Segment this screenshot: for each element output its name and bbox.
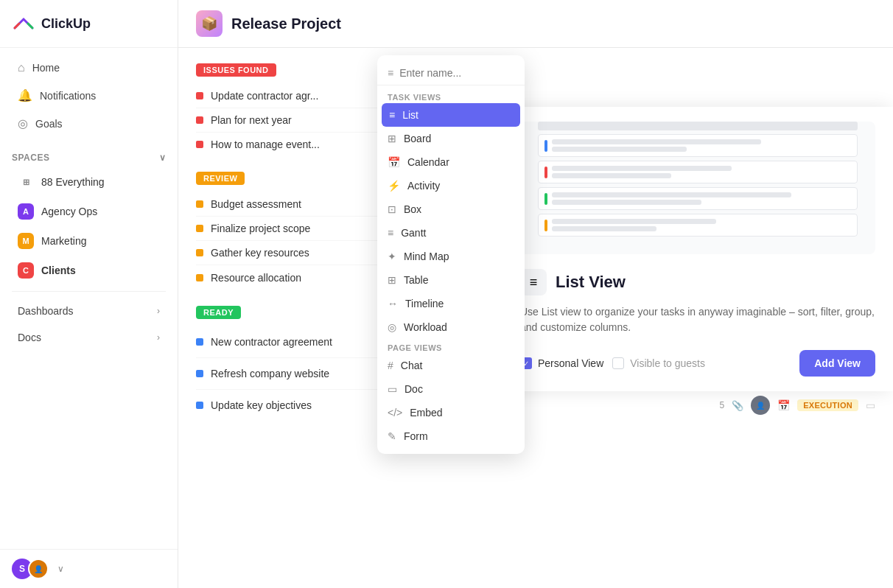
footer-chevron-icon: ∨ <box>57 564 64 574</box>
everything-icon: ⊞ <box>18 174 34 190</box>
view-embed-label: Embed <box>410 407 442 419</box>
goals-icon: ◎ <box>18 116 28 130</box>
view-activity-label: Activity <box>407 180 440 192</box>
list-view-header: ≡ List View <box>520 269 875 295</box>
view-chat-item[interactable]: # Chat <box>377 354 525 377</box>
task-count: 5 <box>719 400 724 410</box>
issues-badge: ISSUES FOUND <box>196 63 276 77</box>
table-icon: ⊞ <box>388 274 396 286</box>
sidebar-item-agency-ops[interactable]: A Agency Ops <box>6 197 172 225</box>
divider <box>12 291 166 292</box>
view-timeline-item[interactable]: ↔ Timeline <box>377 292 525 315</box>
sidebar-nav: ⌂ Home 🔔 Notifications ◎ Goals <box>0 48 178 144</box>
logo-area[interactable]: ClickUp <box>0 0 178 48</box>
clients-icon: C <box>18 262 34 279</box>
task-status: EXECUTION <box>797 399 858 411</box>
view-workload-item[interactable]: ◎ Workload <box>377 315 525 339</box>
sidebar-item-everything[interactable]: ⊞ 88 Everything <box>6 168 172 196</box>
view-workload-label: Workload <box>404 321 447 333</box>
page-views-label: PAGE VIEWS <box>377 339 525 354</box>
embed-icon: </> <box>388 407 402 419</box>
notifications-icon: 🔔 <box>18 88 32 102</box>
gantt-icon: ≡ <box>388 227 393 239</box>
sidebar-item-marketing[interactable]: M Marketing <box>6 227 172 255</box>
task-dot-blue <box>196 370 203 377</box>
logo-text: ClickUp <box>41 16 91 32</box>
sidebar-item-dashboards-label: Dashboards <box>18 305 74 317</box>
sidebar-item-agency-ops-label: Agency Ops <box>41 206 97 217</box>
docs-chevron-icon: › <box>157 332 160 343</box>
sidebar-item-notifications[interactable]: 🔔 Notifications <box>6 82 172 109</box>
sidebar-footer[interactable]: S 👤 ∨ <box>0 549 178 588</box>
project-title: Release Project <box>231 15 341 32</box>
task-dot-red <box>196 116 203 124</box>
view-doc-item[interactable]: ▭ Doc <box>377 377 525 401</box>
view-box-item[interactable]: ⊡ Box <box>377 197 525 221</box>
list-view-description: Use List view to organize your tasks in … <box>520 304 875 335</box>
view-mindmap-label: Mind Map <box>404 251 449 262</box>
view-board-item[interactable]: ⊞ Board <box>377 127 525 150</box>
view-list-item[interactable]: ≡ List <box>382 103 520 127</box>
clickup-logo-icon <box>12 12 35 35</box>
sidebar: ClickUp ⌂ Home 🔔 Notifications ◎ Goals S… <box>0 0 178 588</box>
view-form-item[interactable]: ✎ Form <box>377 424 525 448</box>
sidebar-item-goals-label: Goals <box>35 118 63 130</box>
visible-guests-checkbox[interactable] <box>612 357 624 369</box>
view-gantt-label: Gantt <box>401 227 426 239</box>
board-icon: ⊞ <box>388 133 396 144</box>
visible-guests-label: Visible to guests <box>630 357 705 369</box>
view-calendar-item[interactable]: 📅 Calendar <box>377 150 525 174</box>
view-box-label: Box <box>404 203 421 215</box>
sidebar-item-marketing-label: Marketing <box>41 235 86 247</box>
task-name: Update contractor agr... <box>211 90 875 102</box>
task-dot-yellow <box>196 200 203 208</box>
task-dot-blue <box>196 338 203 346</box>
calendar-icon: 📅 <box>777 399 790 411</box>
view-embed-item[interactable]: </> Embed <box>377 401 525 424</box>
view-board-label: Board <box>404 133 431 144</box>
attachment-icon: 📎 <box>732 400 743 411</box>
personal-view-check[interactable]: ✓ Personal View <box>520 357 603 369</box>
home-icon: ⌂ <box>18 61 25 74</box>
list-view-actions: ✓ Personal View Visible to guests Add Vi… <box>520 350 875 377</box>
view-mindmap-item[interactable]: ✦ Mind Map <box>377 245 525 268</box>
doc-icon: ▭ <box>388 383 397 395</box>
spaces-section-label: Spaces ∨ <box>0 144 178 167</box>
task-avatar: 👤 <box>751 396 770 415</box>
form-icon: ✎ <box>388 430 396 442</box>
task-item[interactable]: Update key objectives 5 📎 👤 📅 EXECUTION … <box>196 390 875 421</box>
review-badge: REVIEW <box>196 172 245 185</box>
sidebar-item-clients-label: Clients <box>41 265 76 276</box>
list-view-title: List View <box>556 273 626 292</box>
task-item[interactable]: Update contractor agr... <box>196 84 875 108</box>
view-activity-item[interactable]: ⚡ Activity <box>377 174 525 197</box>
spaces-chevron-icon[interactable]: ∨ <box>159 153 167 163</box>
timeline-icon: ↔ <box>388 298 398 309</box>
add-view-button[interactable]: Add View <box>799 350 875 377</box>
sidebar-item-dashboards[interactable]: Dashboards › <box>6 298 172 323</box>
view-doc-label: Doc <box>405 383 423 395</box>
view-timeline-label: Timeline <box>405 298 444 309</box>
sidebar-item-clients[interactable]: C Clients <box>6 256 172 284</box>
view-name-input[interactable] <box>399 67 528 79</box>
sidebar-item-home[interactable]: ⌂ Home <box>6 55 172 81</box>
sidebar-item-docs[interactable]: Docs › <box>6 325 172 350</box>
task-dot-red <box>196 141 203 148</box>
view-gantt-item[interactable]: ≡ Gantt <box>377 221 525 245</box>
view-table-item[interactable]: ⊞ Table <box>377 268 525 292</box>
sidebar-item-goals[interactable]: ◎ Goals <box>6 110 172 137</box>
content-area: ISSUES FOUND Update contractor agr... Pl… <box>178 48 893 588</box>
views-dropdown: ≡ TASK VIEWS ≡ List ⊞ Board 📅 Calendar ⚡… <box>377 55 525 454</box>
dashboards-chevron-icon: › <box>157 306 160 316</box>
visible-guests-check[interactable]: Visible to guests <box>612 357 705 369</box>
view-form-label: Form <box>404 430 428 442</box>
activity-icon: ⚡ <box>388 180 400 192</box>
sidebar-item-notifications-label: Notifications <box>40 90 96 102</box>
avatar-photo: 👤 <box>28 559 49 579</box>
mindmap-icon: ✦ <box>388 251 396 262</box>
workload-icon: ◎ <box>388 321 396 333</box>
ready-badge: READY <box>196 306 241 319</box>
dropdown-search-area: ≡ <box>377 61 525 85</box>
chat-icon: # <box>388 360 393 371</box>
box-icon: ⊡ <box>388 203 396 215</box>
